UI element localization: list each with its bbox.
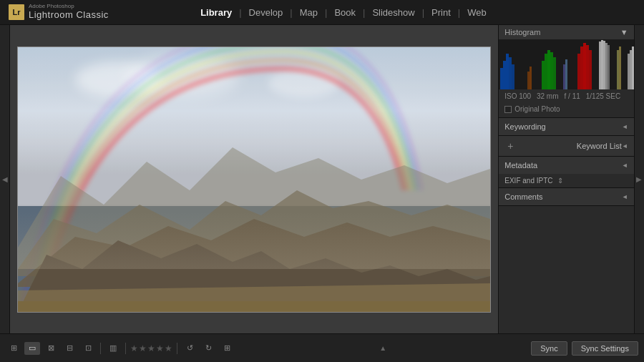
svg-rect-22 (586, 45, 589, 89)
nav-item-print[interactable]: Print (424, 0, 458, 25)
haze-layer (18, 212, 490, 269)
metadata-type-row: EXIF and IPTC ⇕ (499, 174, 633, 187)
app-title: Lightroom Classic (29, 10, 109, 20)
loupe-view-icon[interactable]: ▭ (24, 342, 40, 355)
metadata-header[interactable]: Metadata ◄ (499, 157, 633, 174)
keywording-label: Keywording (504, 122, 545, 131)
bottom-bar: ⊞ ▭ ⊠ ⊟ ⊡ ▥ ★ ★ ★ ★ ★ ↺ ↻ ⊞ ▲ Sync Sync … (0, 333, 644, 362)
metadata-label: Metadata (504, 161, 537, 170)
star-2[interactable]: ★ (139, 343, 147, 353)
comments-header[interactable]: Comments ◄ (499, 188, 633, 205)
svg-marker-3 (18, 219, 490, 287)
svg-rect-11 (506, 54, 509, 89)
tool-separator-3 (177, 343, 177, 354)
svg-rect-29 (527, 72, 530, 89)
svg-rect-33 (617, 50, 619, 89)
main-layout: ◀ (0, 25, 644, 333)
histogram-section: Histogram ▼ (499, 25, 633, 118)
original-photo-checkbox[interactable] (504, 106, 512, 113)
svg-rect-26 (603, 41, 605, 89)
exposure-info: ISO 100 32 mm f / 11 1/125 SEC (499, 89, 633, 103)
svg-rect-31 (563, 64, 565, 89)
lr-logo: Lr (9, 4, 24, 20)
people-view-icon[interactable]: ⊡ (80, 342, 96, 355)
survey-view-icon[interactable]: ⊟ (62, 342, 77, 355)
comments-label: Comments (504, 192, 542, 201)
svg-rect-27 (605, 43, 608, 89)
original-photo-label: Original Photo (514, 105, 560, 113)
top-bar: Lr Adobe Photoshop Lightroom Classic Lib… (0, 0, 644, 25)
svg-rect-25 (601, 40, 603, 89)
aperture-value: f / 11 (565, 92, 580, 100)
star-3[interactable]: ★ (147, 343, 155, 353)
filmstrip-toggle-icon[interactable]: ▲ (379, 344, 386, 352)
metadata-arrow-icon: ◄ (622, 162, 628, 169)
nav-item-map[interactable]: Map (293, 0, 325, 25)
svg-rect-13 (512, 64, 514, 89)
svg-rect-34 (619, 47, 621, 89)
svg-rect-20 (580, 47, 583, 89)
histogram-svg (499, 39, 633, 89)
nav-item-web[interactable]: Web (460, 0, 494, 25)
metadata-option-icon[interactable]: ⇕ (557, 177, 563, 185)
svg-rect-28 (608, 45, 610, 89)
bottom-tools: ⊞ ▭ ⊠ ⊟ ⊡ ▥ ★ ★ ★ ★ ★ ↺ ↻ ⊞ (6, 342, 235, 355)
tool-separator-2 (125, 343, 126, 354)
rotate-right-icon[interactable]: ↻ (200, 342, 216, 355)
left-panel-toggle[interactable]: ◀ (0, 25, 10, 333)
thumbnails-icon[interactable]: ▥ (105, 342, 121, 355)
tool-separator-1 (100, 343, 101, 354)
comments-arrow-icon: ◄ (622, 193, 628, 200)
photo-frame (17, 47, 491, 313)
rotate-left-icon[interactable]: ↺ (182, 342, 197, 355)
histogram-canvas (499, 39, 633, 89)
iso-value: ISO 100 (504, 92, 531, 100)
svg-rect-35 (628, 54, 630, 89)
star-4[interactable]: ★ (156, 343, 164, 353)
svg-rect-17 (550, 52, 553, 89)
logo-area: Lr Adobe Photoshop Lightroom Classic (9, 4, 109, 20)
keyword-plus-icon[interactable]: + (507, 140, 513, 152)
svg-rect-16 (547, 50, 550, 89)
keyword-list-label: Keyword List (577, 142, 622, 150)
keyword-list-header[interactable]: + Keyword List ◄ (499, 136, 633, 156)
svg-rect-12 (509, 57, 512, 89)
bottom-center: ▲ (235, 344, 531, 352)
shutter-value: 1/125 SEC (586, 92, 620, 100)
star-5[interactable]: ★ (165, 343, 172, 353)
right-panel-toggle[interactable]: ▶ (634, 25, 644, 333)
sync-settings-button[interactable]: Sync Settings (572, 341, 638, 356)
cloud3 (268, 69, 340, 97)
svg-rect-21 (583, 43, 586, 89)
keywording-header[interactable]: Keywording ◄ (499, 118, 633, 135)
svg-rect-18 (553, 57, 556, 89)
photo-area (10, 25, 498, 333)
svg-rect-9 (500, 68, 503, 89)
histogram-header[interactable]: Histogram ▼ (499, 25, 633, 39)
grid-view-icon[interactable]: ⊞ (6, 342, 21, 355)
right-panel: Histogram ▼ (498, 25, 633, 333)
bottom-sync-area: Sync Sync Settings (531, 341, 638, 356)
star-rating: ★ ★ ★ ★ ★ (130, 343, 172, 353)
svg-marker-6 (18, 305, 490, 312)
photo-image (18, 47, 490, 312)
nav-item-slideshow[interactable]: Slideshow (365, 0, 421, 25)
crop-icon[interactable]: ⊞ (219, 342, 235, 355)
metadata-option-label: EXIF and IPTC (504, 177, 552, 185)
app-name-area: Adobe Photoshop Lightroom Classic (29, 4, 109, 20)
histogram-menu-icon[interactable]: ▼ (620, 28, 628, 36)
sync-button[interactable]: Sync (531, 341, 567, 356)
nav-item-library[interactable]: Library (193, 0, 239, 25)
comments-section: Comments ◄ (499, 188, 633, 206)
keywording-arrow-icon: ◄ (622, 123, 628, 130)
compare-view-icon[interactable]: ⊠ (43, 342, 59, 355)
keywording-section: Keywording ◄ (499, 118, 633, 136)
star-1[interactable]: ★ (130, 343, 138, 353)
cloud2 (125, 54, 240, 97)
svg-rect-8 (18, 301, 490, 312)
svg-rect-19 (577, 54, 580, 89)
svg-rect-37 (632, 47, 633, 89)
nav-item-develop[interactable]: Develop (242, 0, 291, 25)
nav-item-book[interactable]: Book (327, 0, 363, 25)
svg-rect-10 (503, 61, 506, 89)
